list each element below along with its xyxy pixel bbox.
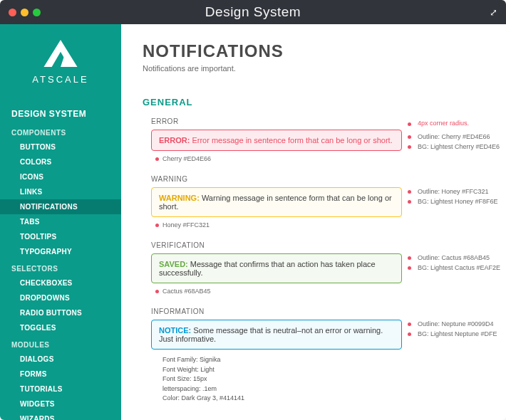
sidebar-item-buttons[interactable]: BUTTONS (0, 140, 121, 154)
callout-line: BG: Lightest Neptune #DFE (408, 330, 497, 340)
main-content: NOTIFICATIONS Notifications are importan… (121, 24, 506, 420)
sidebar-item-icons[interactable]: ICONS (0, 169, 121, 184)
type-spec-line: Font Size: 15px (162, 374, 506, 384)
sidebar-item-widgets[interactable]: WIDGETS (0, 397, 121, 411)
callouts-right: Outline: Honey #FFC321BG: Lightest Honey… (408, 187, 498, 206)
callout-below: Cactus #68AB45 (162, 288, 506, 295)
notification-box: ERROR: Error message in sentence form th… (151, 130, 402, 151)
nav-title: DESIGN SYSTEM (0, 102, 121, 123)
sidebar-item-tooltips[interactable]: TOOLTIPS (0, 229, 121, 244)
notification-box: WARNING: Warning message in sentence for… (151, 187, 402, 217)
callout-corner: 4px corner radius. (408, 120, 469, 127)
app-body: ATSCALE DESIGN SYSTEM COMPONENTSBUTTONSC… (0, 24, 506, 420)
type-spec-line: Color: Dark Gray 3, #414141 (162, 394, 506, 404)
callout-below: Cherry #ED4E66 (162, 155, 506, 162)
type-spec-line: Font Family: Signika (162, 355, 506, 365)
sidebar-item-forms[interactable]: FORMS (0, 367, 121, 382)
page-subtitle: Notifications are important. (143, 64, 506, 73)
callout-line: Outline: Honey #FFC321 (408, 187, 498, 197)
notification-prefix: SAVED: (159, 260, 190, 268)
notification-label: VERIFICATION (151, 241, 506, 249)
notification-box: SAVED: Message that confirms that an act… (151, 253, 402, 283)
callout-line: Outline: Neptune #0099D4 (408, 320, 497, 330)
section-title: GENERAL (143, 97, 506, 107)
sidebar-item-tutorials[interactable]: TUTORIALS (0, 382, 121, 397)
nav-group-header: SELECTORS (0, 259, 121, 275)
typography-specs: Font Family: SignikaFont Weight: LightFo… (162, 355, 506, 404)
callout-line: BG: Lightest Honey #F8F6E (408, 197, 498, 207)
sidebar-item-checkboxes[interactable]: CHECKBOXES (0, 275, 121, 290)
sidebar-item-links[interactable]: LINKS (0, 184, 121, 199)
callouts-right: Outline: Neptune #0099D4BG: Lightest Nep… (408, 320, 497, 339)
sidebar-item-dropdowns[interactable]: DROPDOWNS (0, 290, 121, 305)
callout-line: Outline: Cherry #ED4E66 (408, 132, 500, 142)
notification-prefix: ERROR: (159, 136, 192, 145)
brand-logo-icon (41, 37, 81, 70)
close-icon[interactable] (9, 9, 16, 16)
notification-message: Message that confirms that an action has… (159, 260, 376, 277)
logo-area: ATSCALE (0, 24, 121, 95)
sidebar-item-typography[interactable]: TYPOGRAPHY (0, 244, 121, 259)
callouts-right: Outline: Cherry #ED4E66BG: Lightest Cher… (408, 132, 500, 152)
type-spec-line: letterspacing: .1em (162, 384, 506, 394)
callout-line: Outline: Cactus #68AB45 (408, 253, 500, 263)
notification-spec-information: INFORMATIONNOTICE: Some message that is … (143, 308, 506, 404)
callout-line: BG: Lightest Cactus #EAF2E (408, 263, 500, 273)
sidebar-item-toggles[interactable]: TOGGLES (0, 320, 121, 335)
brand-name: ATSCALE (0, 74, 121, 85)
notification-message: Some message that is neutral–not an erro… (159, 326, 383, 343)
sidebar-item-wizards[interactable]: WIZARDS (0, 411, 121, 420)
titlebar: Design System ⤢ (0, 0, 506, 24)
sidebar-item-notifications[interactable]: NOTIFICATIONS (0, 199, 121, 214)
sidebar-item-tabs[interactable]: TABS (0, 214, 121, 229)
sidebar-item-dialogs[interactable]: DIALOGS (0, 352, 121, 367)
sidebar-item-colors[interactable]: COLORS (0, 154, 121, 169)
window-controls (9, 9, 41, 16)
notification-spec-verification: VERIFICATIONSAVED: Message that confirms… (143, 241, 506, 295)
window-title: Design System (0, 4, 506, 20)
nav-group-header: COMPONENTS (0, 123, 121, 140)
callouts-right: Outline: Cactus #68AB45BG: Lightest Cact… (408, 253, 500, 273)
sidebar: ATSCALE DESIGN SYSTEM COMPONENTSBUTTONSC… (0, 24, 121, 420)
notification-spec-error: ERRORERROR: Error message in sentence fo… (143, 117, 506, 162)
notification-message: Error message in sentence form that can … (192, 136, 392, 145)
sidebar-item-radio-buttons[interactable]: RADIO BUTTONS (0, 305, 121, 320)
notification-prefix: NOTICE: (159, 326, 193, 335)
app-window: Design System ⤢ ATSCALE DESIGN SYSTEM CO… (0, 0, 506, 420)
maximize-icon[interactable] (33, 9, 41, 16)
notification-prefix: WARNING: (159, 194, 202, 202)
nav-group-header: MODULES (0, 335, 121, 352)
type-spec-line: Font Weight: Light (162, 365, 506, 375)
nav: DESIGN SYSTEM COMPONENTSBUTTONSCOLORSICO… (0, 95, 121, 420)
notification-box: NOTICE: Some message that is neutral–not… (151, 320, 402, 350)
expand-icon[interactable]: ⤢ (490, 7, 497, 18)
callout-below: Honey #FFC321 (162, 221, 506, 229)
minimize-icon[interactable] (21, 9, 29, 16)
notification-label: INFORMATION (151, 308, 506, 315)
notification-label: WARNING (151, 175, 506, 183)
notification-spec-warning: WARNINGWARNING: Warning message in sente… (143, 175, 506, 229)
callout-line: BG: Lightest Cherry #ED4E6 (408, 142, 500, 152)
page-title: NOTIFICATIONS (143, 41, 506, 61)
